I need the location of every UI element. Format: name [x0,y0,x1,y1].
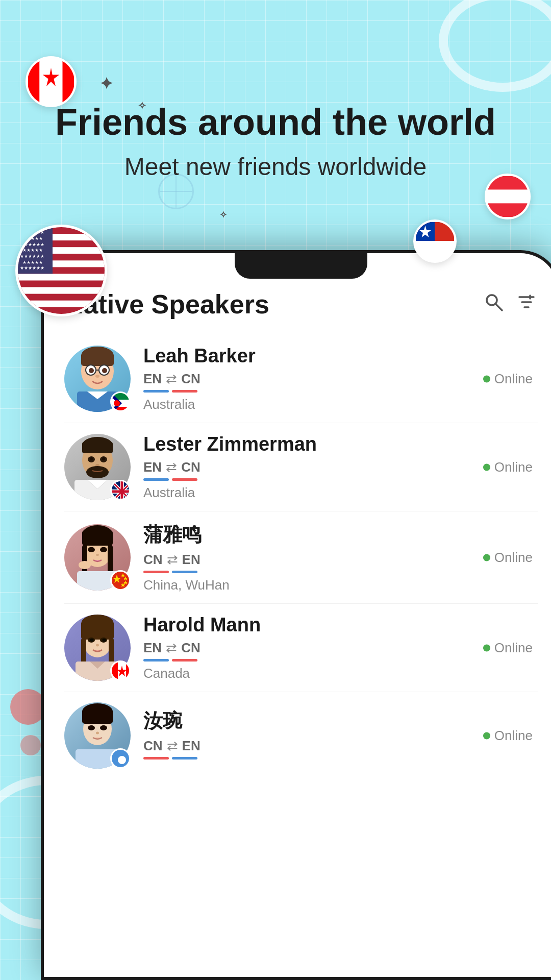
status-text: Online [494,550,533,566]
user-location: Australia [143,397,538,412]
lang-to: CN [181,459,201,475]
svg-rect-9 [18,274,105,280]
main-title: Friends around the world [0,102,551,142]
svg-rect-41 [81,353,114,366]
search-icon[interactable] [483,291,505,318]
online-status: Online [483,550,533,566]
svg-line-34 [496,304,502,310]
avatar-container [64,524,131,591]
list-item[interactable]: Lester Zimmerman EN ⇄ CN Australia [64,423,538,511]
svg-point-47 [95,375,99,378]
lang-to: CN [181,371,201,387]
svg-rect-93 [81,638,86,666]
status-text: Online [494,371,533,387]
svg-point-45 [102,368,107,373]
lang-arrow: ⇄ [167,738,178,754]
phone-mockup: Native Speakers [41,250,551,980]
lang-from: EN [143,640,162,656]
svg-text:★★★★★★: ★★★★★★ [20,254,44,259]
user-flag [110,391,131,412]
svg-rect-57 [82,442,113,453]
phone-content: Native Speakers [44,253,551,977]
sparkle-icon-1: ✦ [99,74,113,93]
avatar-container [64,702,131,769]
lang-to: EN [182,552,201,568]
svg-rect-84 [112,572,131,591]
svg-point-98 [103,639,106,642]
user-info: Leah Barker EN ⇄ CN Australia [143,345,538,412]
svg-point-60 [90,457,93,460]
user-location: Canada [143,666,538,681]
user-flag [110,480,131,500]
status-text: Online [494,728,533,744]
lang-bar-en [143,390,169,393]
usa-flag-circle: ★★★★★★ ★★★★★ ★★★★★★ ★★★★★ ★★★★★★ ★★★★★ ★… [15,225,107,316]
lang-bar-cn [143,757,169,760]
user-name: 蒲雅鸣 [143,522,538,548]
lang-from: CN [143,552,163,568]
online-dot [483,554,490,561]
lang-bar-en [172,757,197,760]
svg-point-54 [114,400,120,406]
online-dot [483,644,490,651]
svg-text:★★★★★: ★★★★★ [22,248,43,253]
list-item[interactable]: 蒲雅鸣 CN ⇄ EN China, WuHan [64,511,538,604]
lang-from: EN [143,371,162,387]
list-item[interactable]: 汝琬 CN ⇄ EN Online [64,692,538,779]
lang-bar-cn [172,478,197,481]
canada-flag-circle [26,56,77,107]
user-name: Leah Barker [143,345,538,367]
main-subtitle: Meet new friends worldwide [0,153,551,181]
lang-bar-en [172,571,197,573]
header: Friends around the world Meet new friend… [0,102,551,181]
user-info: 汝琬 CN ⇄ EN [143,708,538,764]
svg-rect-101 [112,662,118,681]
svg-text:★★★★★★: ★★★★★★ [20,265,44,271]
lang-to: EN [182,738,201,754]
svg-rect-76 [82,530,113,546]
avatar-container [64,346,131,412]
svg-rect-92 [81,622,114,640]
user-langs: EN ⇄ CN [143,640,538,656]
status-text: Online [494,640,533,656]
online-status: Online [483,728,533,744]
phone-notch [235,253,367,279]
user-langs: CN ⇄ EN [143,552,538,568]
lang-bar-cn [172,659,197,662]
user-location: Australia [143,485,538,501]
list-item[interactable]: Harold Mann EN ⇄ CN Canada [64,604,538,692]
status-text: Online [494,459,533,475]
svg-rect-107 [82,709,113,724]
svg-point-109 [100,725,107,730]
chile-flag-circle [413,219,457,263]
lang-bar-en [143,478,169,481]
filter-icon[interactable] [515,291,538,318]
user-flag [110,660,131,681]
lang-arrow: ⇄ [166,459,177,475]
list-item[interactable]: Leah Barker EN ⇄ CN Australia [64,335,538,423]
user-flag [110,570,131,591]
svg-point-97 [90,639,94,642]
avatar-container [64,615,131,681]
svg-rect-77 [82,545,87,575]
svg-point-110 [96,732,99,734]
wave-decoration-top [439,0,551,92]
user-location: China, WuHan [143,577,538,593]
lang-from: EN [143,459,162,475]
online-dot [483,732,490,739]
svg-text:★★★★★: ★★★★★ [22,260,43,265]
lang-arrow: ⇄ [166,640,177,656]
online-status: Online [483,371,533,387]
lang-arrow: ⇄ [167,552,178,568]
user-name: Harold Mann [143,614,538,636]
svg-rect-20 [487,176,528,190]
online-status: Online [483,640,533,656]
phone-header: Native Speakers [64,289,538,320]
svg-point-108 [88,725,95,730]
user-langs: EN ⇄ CN [143,459,538,475]
lang-arrow: ⇄ [166,371,177,387]
user-list: Leah Barker EN ⇄ CN Australia [64,335,538,779]
svg-rect-94 [109,638,114,666]
svg-rect-24 [416,241,454,260]
svg-rect-10 [18,287,105,294]
